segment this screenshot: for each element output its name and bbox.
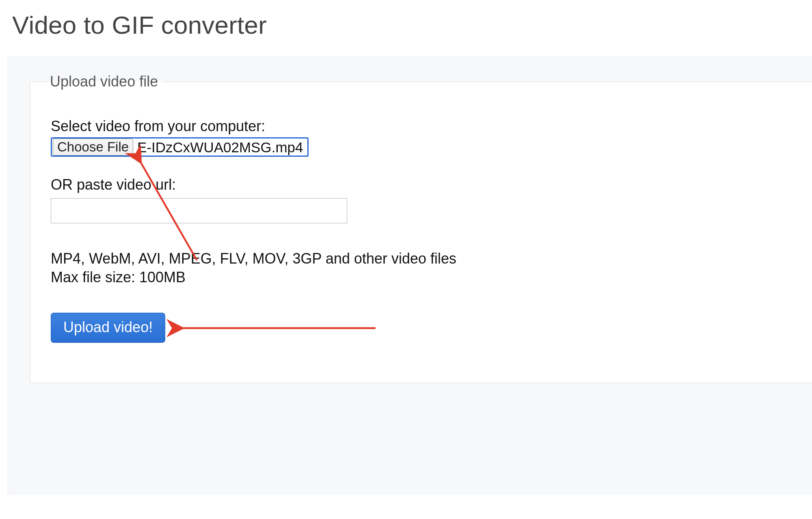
chosen-filename: E-IDzCxWUA02MSG.mp4 — [137, 140, 306, 154]
upload-video-button[interactable]: Upload video! — [51, 313, 165, 343]
max-file-size-text: Max file size: 100MB — [51, 269, 186, 285]
choose-file-button[interactable]: Choose File — [53, 138, 133, 156]
page-title: Video to GIF converter — [0, 0, 812, 39]
upload-fieldset: Upload video file Select video from your… — [30, 73, 812, 383]
supported-formats-text: MP4, WebM, AVI, MPEG, FLV, MOV, 3GP and … — [51, 250, 456, 267]
file-input-wrapper[interactable]: Choose File E-IDzCxWUA02MSG.mp4 — [51, 137, 309, 157]
upload-legend: Upload video file — [48, 73, 163, 90]
page-root: Video to GIF converter Upload video file… — [0, 0, 812, 519]
select-video-label: Select video from your computer: — [51, 118, 812, 135]
supported-formats-block: MP4, WebM, AVI, MPEG, FLV, MOV, 3GP and … — [51, 249, 497, 287]
video-url-input[interactable] — [51, 198, 347, 223]
content-panel: Upload video file Select video from your… — [7, 56, 812, 495]
paste-url-label: OR paste video url: — [51, 176, 812, 193]
file-input-row: Choose File E-IDzCxWUA02MSG.mp4 — [51, 137, 812, 157]
